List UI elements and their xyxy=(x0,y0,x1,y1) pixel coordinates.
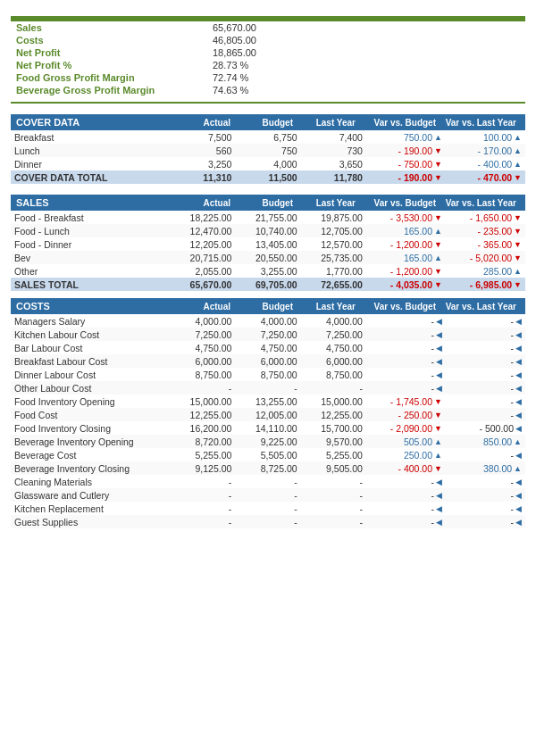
costs-col-actual: Actual xyxy=(168,302,230,312)
arrow-up-icon: ▲ xyxy=(434,133,442,142)
col-actual: Actual xyxy=(168,198,230,208)
row-var-last: - ◀ xyxy=(446,475,525,488)
row-var-last: - ◀ xyxy=(446,502,525,515)
table-row: Beverage Inventory Opening 8,720.00 9,22… xyxy=(11,435,525,448)
arrow-neutral-icon: ◀ xyxy=(436,317,442,326)
row-var-last: - 500.00 ◀ xyxy=(446,421,525,435)
row-actual: 65,670.00 xyxy=(170,278,235,291)
row-budget: 69,705.00 xyxy=(235,278,300,291)
row-actual: 11,310 xyxy=(170,170,235,184)
row-actual: 7,250.00 xyxy=(170,328,235,341)
row-lastyear: 12,570.00 xyxy=(301,237,366,251)
row-var-last: - ◀ xyxy=(446,408,525,421)
row-var-budget: - 4,035.00 ▼ xyxy=(366,278,446,291)
arrow-down-icon: ▼ xyxy=(514,280,522,289)
row-budget: 5,505.00 xyxy=(235,448,300,461)
table-row: Glassware and Cutlery - - - - ◀ - ◀ xyxy=(11,488,525,502)
row-var-budget: - ◀ xyxy=(366,502,446,515)
row-budget: 21,755.00 xyxy=(235,211,300,224)
row-budget: 8,750.00 xyxy=(235,368,300,381)
row-var-last: - 470.00 ▼ xyxy=(446,170,525,184)
row-name: SALES TOTAL xyxy=(11,278,170,291)
cover-section: COVER DATA Actual Budget Last Year Var v… xyxy=(11,114,525,184)
row-budget: 6,000.00 xyxy=(235,354,300,368)
row-name: Beverage Inventory Closing xyxy=(11,461,170,475)
row-var-last: - 400.00 ▲ xyxy=(446,157,525,170)
row-var-last: - ◀ xyxy=(446,448,525,461)
row-actual: 18,225.00 xyxy=(170,211,235,224)
arrow-up-icon: ▲ xyxy=(514,464,522,473)
arrow-neutral-icon: ◀ xyxy=(436,370,442,379)
row-lastyear: - xyxy=(301,488,366,502)
table-row: Bev 20,715.00 20,550.00 25,735.00 165.00… xyxy=(11,251,525,264)
total-row: COVER DATA TOTAL 11,310 11,500 11,780 - … xyxy=(11,170,525,184)
arrow-down-icon: ▼ xyxy=(434,280,442,289)
row-budget: 12,005.00 xyxy=(235,408,300,421)
costs-label: COSTS xyxy=(16,301,168,312)
row-name: Beverage Inventory Opening xyxy=(11,435,170,448)
row-budget: 13,405.00 xyxy=(235,237,300,251)
table-row: Kitchen Labour Cost 7,250.00 7,250.00 7,… xyxy=(11,328,525,341)
row-lastyear: 11,780 xyxy=(301,170,366,184)
row-var-budget: 165.00 ▲ xyxy=(366,224,446,237)
row-budget: - xyxy=(235,502,300,515)
col-var-last: Var vs. Last Year xyxy=(436,118,516,128)
row-var-budget: - ◀ xyxy=(366,368,446,381)
row-var-budget: 250.00 ▲ xyxy=(366,448,446,461)
arrow-down-icon: ▼ xyxy=(434,464,442,473)
row-actual: 4,750.00 xyxy=(170,341,235,354)
row-name: COVER DATA TOTAL xyxy=(11,170,170,184)
table-row: Food Inventory Opening 15,000.00 13,255.… xyxy=(11,395,525,408)
kpi-value: 18,865.00 xyxy=(213,47,256,58)
row-var-last: - ◀ xyxy=(446,368,525,381)
col-budget: Budget xyxy=(230,118,293,128)
row-var-last: - ◀ xyxy=(446,381,525,395)
row-var-budget: - 1,745.00 ▼ xyxy=(366,395,446,408)
col-budget: Budget xyxy=(230,198,293,208)
row-name: Bar Labour Cost xyxy=(11,341,170,354)
row-lastyear: 4,750.00 xyxy=(301,341,366,354)
arrow-neutral-icon: ◀ xyxy=(436,384,442,393)
arrow-neutral-icon: ◀ xyxy=(515,424,522,433)
arrow-neutral-icon: ◀ xyxy=(515,397,522,406)
row-name: Breakfast xyxy=(11,130,170,144)
row-var-last: - ◀ xyxy=(446,395,525,408)
table-row: Dinner Labour Cost 8,750.00 8,750.00 8,7… xyxy=(11,368,525,381)
arrow-down-icon: ▼ xyxy=(434,267,442,276)
row-actual: 15,000.00 xyxy=(170,395,235,408)
arrow-down-icon: ▼ xyxy=(434,411,442,420)
row-var-budget: 750.00 ▲ xyxy=(366,130,446,144)
kpi-value: 65,670.00 xyxy=(213,22,256,33)
section-name: COVER DATA xyxy=(16,117,168,128)
table-row: Dinner 3,250 4,000 3,650 - 750.00 ▼ - 40… xyxy=(11,157,525,170)
row-var-budget: - 750.00 ▼ xyxy=(366,157,446,170)
row-var-budget: 165.00 ▲ xyxy=(366,251,446,264)
arrow-up-icon: ▲ xyxy=(434,253,442,262)
col-var-budget: Var vs. Budget xyxy=(356,198,436,208)
table-row: Kitchen Replacement - - - - ◀ - ◀ xyxy=(11,502,525,515)
kpi-label: Net Profit % xyxy=(16,60,213,71)
row-var-budget: - ◀ xyxy=(366,314,446,328)
section-name: SALES xyxy=(16,197,168,208)
row-actual: 12,205.00 xyxy=(170,237,235,251)
arrow-neutral-icon: ◀ xyxy=(515,357,522,366)
row-var-budget: - ◀ xyxy=(366,475,446,488)
row-name: Glassware and Cutlery xyxy=(11,488,170,502)
row-lastyear: 1,770.00 xyxy=(301,264,366,278)
row-var-last: - ◀ xyxy=(446,328,525,341)
arrow-neutral-icon: ◀ xyxy=(436,518,442,527)
row-name: Bev xyxy=(11,251,170,264)
row-lastyear: 19,875.00 xyxy=(301,211,366,224)
row-lastyear: 12,255.00 xyxy=(301,408,366,421)
arrow-down-icon: ▼ xyxy=(434,240,442,249)
row-budget: 9,225.00 xyxy=(235,435,300,448)
costs-header: COSTS Actual Budget Last Year Var vs. Bu… xyxy=(11,298,525,314)
row-actual: - xyxy=(170,515,235,528)
row-var-budget: - ◀ xyxy=(366,328,446,341)
table-row: Guest Supplies - - - - ◀ - ◀ xyxy=(11,515,525,528)
row-var-last: - ◀ xyxy=(446,341,525,354)
row-lastyear: 5,255.00 xyxy=(301,448,366,461)
row-actual: 4,000.00 xyxy=(170,314,235,328)
kpi-row: Net Profit18,865.00 xyxy=(11,46,525,59)
total-row: SALES TOTAL 65,670.00 69,705.00 72,655.0… xyxy=(11,278,525,291)
